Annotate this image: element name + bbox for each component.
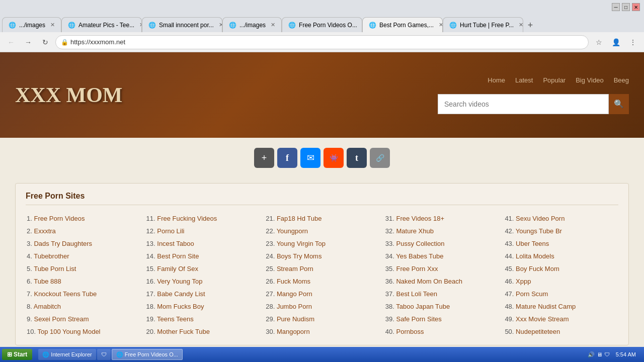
link-anchor[interactable]: Youngs Tube Br xyxy=(516,227,562,235)
link-item: 9. Sexei Porn Stream xyxy=(26,314,140,324)
link-anchor[interactable]: Mango Porn xyxy=(277,290,312,298)
link-anchor[interactable]: Free Fucking Videos xyxy=(157,215,217,222)
link-anchor[interactable]: Teens Teens xyxy=(157,315,194,323)
tab-2[interactable]: 🌐 Amateur Pics - Tee... ✕ xyxy=(61,17,142,32)
nav-home[interactable]: Home xyxy=(488,76,505,84)
nav-bigvideo[interactable]: Big Video xyxy=(576,76,603,84)
link-anchor[interactable]: Nudepetiteteen xyxy=(516,328,560,335)
new-tab-button[interactable]: + xyxy=(523,18,537,32)
link-anchor[interactable]: Xppp xyxy=(516,278,531,285)
menu-button[interactable]: ⋮ xyxy=(626,35,640,49)
tab-5[interactable]: 🌐 Free Porn Videos O... ✕ xyxy=(282,17,362,32)
forward-button[interactable]: → xyxy=(21,35,35,49)
tumblr-button[interactable]: t xyxy=(347,148,367,168)
taskbar-item-browser[interactable]: 🌐 Free Porn Videos O... xyxy=(112,349,183,360)
tab-favicon: 🌐 xyxy=(288,22,296,29)
link-anchor[interactable]: Exxxtra xyxy=(34,227,55,235)
link-anchor[interactable]: Sexei Porn Stream xyxy=(34,315,89,323)
tab-4[interactable]: 🌐 .../images ✕ xyxy=(222,17,282,32)
maximize-button[interactable]: □ xyxy=(622,3,630,11)
tab-close-1[interactable]: ✕ xyxy=(50,22,55,28)
link-num: 24. xyxy=(266,252,277,260)
link-anchor[interactable]: Porn Scum xyxy=(516,290,548,298)
link-anchor[interactable]: Best Loli Teen xyxy=(396,290,437,298)
link-anchor[interactable]: Pure Nudism xyxy=(277,315,314,323)
link-num: 30. xyxy=(266,328,277,335)
link-anchor[interactable]: Mangoporn xyxy=(277,328,310,335)
link-anchor[interactable]: Incest Taboo xyxy=(157,240,194,247)
tab-close-4[interactable]: ✕ xyxy=(271,22,275,28)
taskbar-item-ie[interactable]: 🌐 Internet Explorer xyxy=(38,349,96,360)
link-anchor[interactable]: Fap18 Hd Tube xyxy=(277,215,322,222)
link-anchor[interactable]: Youngporn xyxy=(277,227,308,235)
link-anchor[interactable]: Stream Porn xyxy=(277,265,313,273)
link-anchor[interactable]: Babe Candy List xyxy=(157,290,205,298)
sound-icon[interactable]: 🔊 xyxy=(588,351,595,358)
link-anchor[interactable]: Yes Babes Tube xyxy=(396,252,443,260)
search-button[interactable]: 🔍 xyxy=(609,94,629,114)
link-anchor[interactable]: Free Videos 18+ xyxy=(396,215,444,222)
network-icon[interactable]: 🖥 xyxy=(597,351,602,357)
link-anchor[interactable]: Young Virgin Top xyxy=(277,240,326,247)
address-bar[interactable]: 🔒 https://xxxmom.net xyxy=(55,35,589,49)
link-anchor[interactable]: Xxx Movie Stream xyxy=(516,315,569,323)
close-button[interactable]: ✕ xyxy=(632,3,640,11)
tab-close-7[interactable]: ✕ xyxy=(519,22,523,28)
nav-beeg[interactable]: Beeg xyxy=(614,76,629,84)
taskbar-item-norton[interactable]: 🛡 xyxy=(97,349,111,360)
link-anchor[interactable]: Tubebrother xyxy=(34,252,69,260)
link-anchor[interactable]: Porno Lili xyxy=(157,227,184,235)
user-button[interactable]: 👤 xyxy=(609,35,623,49)
url-text: https://xxxmom.net xyxy=(70,38,125,46)
link-anchor[interactable]: Jumbo Porn xyxy=(277,303,312,310)
tab-3[interactable]: 🌐 Small innocent por... ✕ xyxy=(142,17,222,32)
nav-popular[interactable]: Popular xyxy=(543,76,566,84)
link-anchor[interactable]: Fuck Moms xyxy=(277,278,310,285)
link-anchor[interactable]: Safe Porn Sites xyxy=(396,315,441,323)
link-anchor[interactable]: Dads Try Daughters xyxy=(34,240,92,247)
link-anchor[interactable]: Top 100 Young Model xyxy=(37,328,100,335)
reddit-button[interactable]: 👾 xyxy=(324,148,344,168)
link-anchor[interactable]: Free Porn Xxx xyxy=(396,265,438,273)
link-anchor[interactable]: Family Of Sex xyxy=(157,265,198,273)
link-anchor[interactable]: Pornboss xyxy=(396,328,424,335)
tab-close-6[interactable]: ✕ xyxy=(439,22,443,28)
link-anchor[interactable]: Free Porn Videos xyxy=(34,215,85,222)
link-button[interactable]: 🔗 xyxy=(370,148,390,168)
link-anchor[interactable]: Best Porn Site xyxy=(157,252,199,260)
link-anchor[interactable]: Taboo Japan Tube xyxy=(396,303,450,310)
link-anchor[interactable]: Mom Fucks Boy xyxy=(157,303,204,310)
start-button[interactable]: ⊞ Start xyxy=(2,349,32,360)
link-num: 27. xyxy=(266,290,277,298)
link-anchor[interactable]: Boys Try Moms xyxy=(277,252,322,260)
link-anchor[interactable]: Lolita Models xyxy=(516,252,554,260)
messenger-button[interactable]: ✉ xyxy=(300,148,320,168)
link-anchor[interactable]: Naked Mom On Beach xyxy=(396,278,462,285)
nav-latest[interactable]: Latest xyxy=(515,76,533,84)
back-button[interactable]: ← xyxy=(4,35,18,49)
security-icon[interactable]: 🛡 xyxy=(604,351,610,357)
facebook-button[interactable]: f xyxy=(277,148,297,168)
tab-7[interactable]: 🌐 Hurt Tube | Free P... ✕ xyxy=(443,17,523,32)
link-anchor[interactable]: Tube Porn List xyxy=(34,265,76,273)
link-anchor[interactable]: Knockout Teens Tube xyxy=(34,290,97,298)
tab-6[interactable]: 🌐 Best Porn Games,... ✕ xyxy=(362,17,443,32)
link-anchor[interactable]: Mother Fuck Tube xyxy=(157,328,210,335)
link-anchor[interactable]: Tube 888 xyxy=(34,278,61,285)
link-anchor[interactable]: Mature Nudist Camp xyxy=(516,303,576,310)
link-anchor[interactable]: Pussy Collection xyxy=(396,240,444,247)
link-item: 24. Boys Try Moms xyxy=(265,251,379,261)
bookmark-button[interactable]: ☆ xyxy=(592,35,606,49)
link-anchor[interactable]: Very Young Top xyxy=(157,278,202,285)
add-button[interactable]: + xyxy=(254,148,274,168)
link-anchor[interactable]: Sexu Video Porn xyxy=(516,215,565,222)
tab-close-3[interactable]: ✕ xyxy=(219,22,222,28)
reload-button[interactable]: ↻ xyxy=(38,35,52,49)
link-anchor[interactable]: Boy Fuck Mom xyxy=(516,265,559,273)
link-anchor[interactable]: Uber Teens xyxy=(516,240,549,247)
link-anchor[interactable]: Amabitch xyxy=(34,303,61,310)
link-anchor[interactable]: Mature Xhub xyxy=(396,227,433,235)
minimize-button[interactable]: ─ xyxy=(612,3,620,11)
tab-1[interactable]: 🌐 .../images ✕ xyxy=(2,17,61,32)
search-input[interactable] xyxy=(438,94,609,114)
